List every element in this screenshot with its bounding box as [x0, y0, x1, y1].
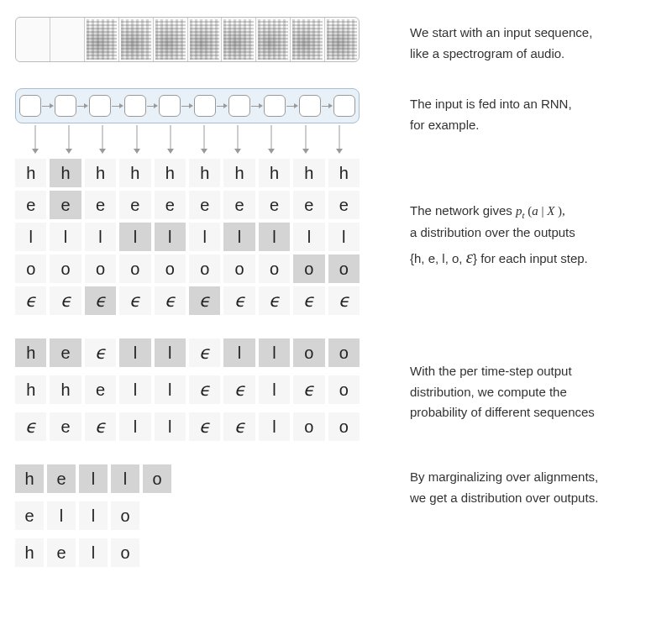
grid-cell: l	[119, 223, 150, 251]
grid-cell: ϵ	[155, 286, 186, 315]
grid-cell: h	[328, 159, 360, 187]
epsilon-icon: ϵ	[95, 343, 106, 364]
grid-cell: ϵ	[223, 412, 255, 441]
rnn-cell	[194, 95, 216, 117]
spectrogram-frame	[119, 18, 154, 61]
grid-cell: ϵ	[85, 286, 116, 315]
epsilon-icon: ϵ	[25, 291, 36, 312]
caption-line: we get a distribution over outputs.	[410, 489, 657, 508]
rnn-cell	[299, 95, 321, 117]
grid-cell: o	[293, 338, 324, 367]
arrow-down-icon	[92, 125, 113, 154]
grid-cell: l	[223, 223, 255, 251]
grid-cell: l	[259, 375, 290, 404]
rnn-cell	[19, 95, 41, 117]
epsilon-icon: ϵ	[234, 417, 245, 438]
grid-cell: h	[223, 159, 255, 187]
epsilon-icon: ϵ	[95, 291, 106, 312]
grid-cell: h	[259, 159, 290, 187]
grid-cell: e	[50, 191, 81, 219]
grid-cell: l	[293, 223, 324, 251]
arrow-right-icon	[40, 106, 55, 107]
grid-cell: l	[155, 375, 186, 404]
arrow-right-icon	[320, 106, 335, 107]
grid-cell: h	[15, 338, 46, 367]
grid-cell: l	[119, 375, 150, 404]
epsilon-icon: ϵ	[25, 417, 36, 438]
grid-cell: ϵ	[328, 286, 360, 315]
grid-cell: e	[155, 191, 186, 219]
spectrogram-frame	[291, 18, 325, 61]
grid-cell: ϵ	[293, 286, 324, 315]
caption-line: With the per time-step output	[410, 362, 657, 381]
grid-cell: o	[85, 254, 116, 283]
grid-cell: h	[15, 464, 44, 493]
grid-cell: ϵ	[189, 375, 220, 404]
grid-cell: ϵ	[15, 286, 46, 315]
grid-cell: o	[293, 412, 324, 441]
math-expr: pt (a | X ),	[516, 204, 565, 218]
grid-cell: o	[328, 254, 360, 283]
grid-cell: o	[328, 338, 360, 367]
grid-cell: l	[189, 223, 220, 251]
grid-cell: e	[189, 191, 220, 219]
epsilon-icon: ϵ	[165, 291, 176, 312]
caption-line: for example.	[410, 116, 657, 135]
grid-cell: h	[155, 159, 186, 187]
grid-cell: h	[119, 159, 150, 187]
grid-cell: h	[189, 159, 220, 187]
epsilon-icon: ϵ	[129, 291, 140, 312]
rnn-cell	[89, 95, 111, 117]
caption-rnn-dist: The input is fed into an RNN, for exampl…	[360, 88, 657, 272]
grid-cell: o	[119, 254, 150, 283]
grid-cell: l	[111, 464, 139, 493]
grid-cell: e	[50, 412, 81, 441]
epsilon-icon: ϵ	[339, 291, 349, 312]
row-sequences: heϵllϵlloohhellϵϵlϵoϵeϵllϵϵloo With the …	[15, 338, 657, 441]
grid-cell: l	[155, 223, 186, 251]
grid-cell: o	[111, 538, 139, 567]
arrow-right-icon	[110, 106, 125, 107]
grid-cell: o	[259, 254, 290, 283]
grid-cell: e	[85, 375, 116, 404]
row-outputs: helloellohelo By marginalizing over alig…	[15, 464, 657, 567]
caption-line: {h, e, l, o, ε} for each input step.	[410, 244, 657, 271]
grid-cell: l	[259, 412, 290, 441]
grid-cell: o	[15, 254, 46, 283]
caption-line: like a spectrogram of audio.	[410, 45, 657, 64]
grid-cell: e	[15, 191, 46, 219]
grid-cell: h	[50, 159, 81, 187]
sequence-row: heϵllϵlloo	[15, 338, 360, 367]
arrow-down-icon	[24, 125, 46, 154]
grid-cell: h	[15, 375, 46, 404]
grid-cell: l	[119, 412, 150, 441]
arrow-down-icon	[295, 125, 317, 154]
grid-cell: e	[50, 338, 81, 367]
grid-cell: e	[85, 191, 116, 219]
grid-cell: ϵ	[119, 286, 150, 315]
spectrogram-frame	[325, 18, 359, 61]
caption-line: distribution, we compute the	[410, 383, 657, 402]
output-row: helo	[15, 538, 360, 567]
grid-cell: e	[15, 501, 44, 530]
grid-cell: h	[50, 375, 81, 404]
grid-cell: l	[85, 223, 116, 251]
distribution-grid: hhhhhhhhhheeeeeeeeeelllllllllloooooooooo…	[15, 159, 360, 315]
grid-cell: l	[79, 464, 108, 493]
grid-cell: l	[259, 223, 290, 251]
grid-cell: ϵ	[293, 375, 324, 404]
grid-cell: ϵ	[189, 412, 220, 441]
arrow-right-icon	[249, 106, 265, 107]
grid-cell: o	[293, 254, 324, 283]
arrow-right-icon	[76, 106, 91, 107]
rnn-cell	[333, 95, 355, 117]
arrow-right-icon	[285, 106, 300, 107]
rnn-cell	[159, 95, 181, 117]
arrow-down-icon	[126, 125, 148, 154]
grid-cell: o	[223, 254, 255, 283]
grid-cell: l	[50, 223, 81, 251]
rnn-chain	[15, 88, 360, 123]
grid-cell: e	[223, 191, 255, 219]
grid-cell: l	[223, 338, 255, 367]
grid-cell: o	[328, 412, 360, 441]
